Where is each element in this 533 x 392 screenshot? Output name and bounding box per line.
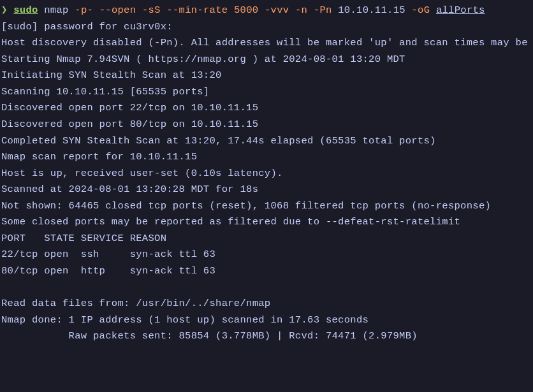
nmap-command: nmap	[44, 4, 68, 16]
output-port-80: 80/tcp open http syn-ack ttl 63	[1, 263, 532, 280]
output-discovered-80: Discovered open port 80/tcp on 10.10.11.…	[1, 117, 532, 133]
flag-vvv: -vvv	[265, 4, 289, 16]
output-not-shown: Not shown: 64465 closed tcp ports (reset…	[1, 198, 532, 215]
output-data-files: Read data files from: /usr/bin/../share/…	[1, 296, 532, 312]
flag-og: -oG	[411, 4, 430, 16]
flag-p: -p-	[75, 4, 93, 16]
output-scanning: Scanning 10.10.11.15 [65535 ports]	[1, 84, 532, 101]
sudo-command: sudo	[13, 4, 38, 16]
output-discovered-22: Discovered open port 22/tcp on 10.10.11.…	[1, 100, 532, 117]
prompt-arrow-icon: ❯	[1, 4, 8, 16]
output-initiating-scan: Initiating SYN Stealth Scan at 13:20	[1, 68, 532, 84]
output-sudo-password: [sudo] password for cu3rv0x:	[1, 19, 532, 36]
output-file: allPorts	[436, 4, 485, 16]
output-closed-ports: Some closed ports may be reported as fil…	[1, 214, 532, 231]
output-starting-nmap: Starting Nmap 7.94SVN ( https://nmap.org…	[1, 52, 532, 68]
output-port-22: 22/tcp open ssh syn-ack ttl 63	[1, 247, 532, 263]
output-port-header: PORT STATE SERVICE REASON	[1, 231, 532, 247]
output-host-up: Host is up, received user-set (0.10s lat…	[1, 166, 532, 182]
flag-minrate: --min-rate	[166, 4, 228, 16]
blank-line	[1, 280, 532, 296]
output-host-discovery: Host discovery disabled (-Pn). All addre…	[1, 35, 532, 52]
minrate-value: 5000	[234, 4, 258, 16]
output-raw-packets: Raw packets sent: 85854 (3.778MB) | Rcvd…	[1, 328, 532, 345]
target-ip: 10.10.11.15	[338, 4, 405, 16]
prompt-line[interactable]: ❯ sudo nmap -p- --open -sS --min-rate 50…	[1, 3, 532, 19]
output-nmap-done: Nmap done: 1 IP address (1 host up) scan…	[1, 312, 532, 329]
output-scanned-at: Scanned at 2024-08-01 13:20:28 MDT for 1…	[1, 182, 532, 198]
flag-open: --open	[99, 4, 136, 16]
flag-ss: -sS	[142, 4, 161, 16]
output-completed-scan: Completed SYN Stealth Scan at 13:20, 17.…	[1, 133, 532, 150]
flag-pn: -Pn	[314, 4, 332, 16]
flag-n: -n	[295, 4, 307, 16]
output-scan-report: Nmap scan report for 10.10.11.15	[1, 149, 532, 166]
